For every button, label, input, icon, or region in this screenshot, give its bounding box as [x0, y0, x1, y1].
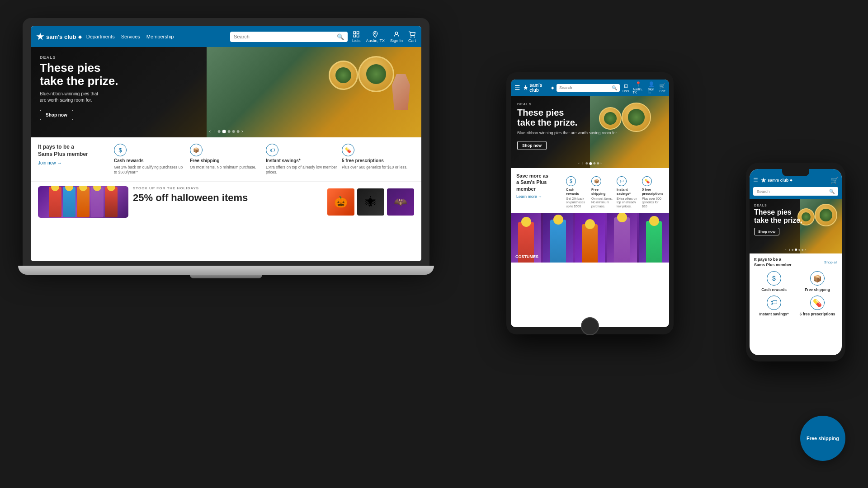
tablet-dot-4[interactable]	[597, 162, 599, 164]
tablet-cart-icon: 🛒	[659, 83, 665, 89]
tablet-rx-icon: 💊	[642, 176, 652, 186]
phone-cart-button[interactable]: 🛒	[830, 177, 838, 184]
phone-hero-content: DEALS These pies take the prize. Shop no…	[750, 199, 842, 240]
benefit-rx-title: 5 free prescriptions	[342, 158, 384, 163]
carousel-pause-button[interactable]: ⏸	[212, 129, 216, 133]
laptop-search-input[interactable]	[234, 34, 334, 39]
laptop-navbar: sam's club ◆ Departments Services Member…	[31, 26, 421, 47]
phone-search-icon[interactable]: 🔍	[829, 189, 835, 194]
tablet-device: ☰ sam's club ◆ 🔍 ⊞ Lists 📍 Austin, TX	[506, 72, 674, 334]
tablet-nav-icons: ⊞ Lists 📍 Austin, TX 👤 Sign In 🛒 Cart	[623, 81, 665, 94]
tablet-dot-3[interactable]	[593, 162, 595, 164]
laptop-search-icon[interactable]: 🔍	[337, 33, 344, 40]
tablet-location-button[interactable]: 📍 Austin, TX	[632, 81, 644, 94]
phone-hamburger-button[interactable]: ☰	[753, 177, 758, 183]
carousel-dot-3[interactable]	[228, 130, 231, 133]
laptop-nav-icons: Lists Austin, TX Sign In Cart	[352, 31, 416, 43]
hero-shop-now-button[interactable]: Shop now	[40, 110, 73, 120]
phone-search-container: 🔍	[753, 187, 838, 196]
tablet-learn-more[interactable]: Learn more →	[516, 194, 561, 199]
phone-member-title: It pays to be aSams Plus member	[754, 257, 792, 267]
tablet-location-icon: 📍	[635, 81, 642, 87]
svg-rect-3	[357, 35, 359, 37]
nav-link-services[interactable]: Services	[121, 34, 140, 39]
tablet-dot-1[interactable]	[585, 162, 588, 164]
tablet-benefits-grid: $ Cash rewards Get 2% back on purchases …	[566, 176, 664, 208]
shipping-icon: 📦	[190, 144, 203, 156]
nav-cart-button[interactable]: Cart	[408, 31, 416, 43]
phone-carousel-pause[interactable]: ⏸	[788, 249, 791, 251]
phone-member-section: It pays to be aSams Plus member Shop all…	[750, 253, 842, 320]
tablet-cart-button[interactable]: 🛒 Cart	[659, 83, 665, 93]
phone-dot-2[interactable]	[795, 249, 797, 251]
join-now-link[interactable]: Join now →	[38, 160, 110, 165]
phone-logo[interactable]: sam's club ◆	[761, 178, 792, 183]
nav-signin-button[interactable]: Sign In	[390, 31, 403, 43]
tablet-carousel-controls: ‹ ⏸ ›	[578, 161, 601, 165]
free-shipping-line1: Free shipping	[807, 436, 839, 441]
laptop-screen: sam's club ◆ Departments Services Member…	[31, 26, 421, 261]
phone-shop-all-link[interactable]: Shop all	[824, 260, 837, 264]
tablet-lists-button[interactable]: ⊞ Lists	[623, 83, 629, 93]
carousel-dot-4[interactable]	[232, 130, 235, 133]
carousel-dot-2[interactable]	[222, 130, 226, 133]
phone-benefit-shipping: 📦 Free shipping	[797, 271, 837, 292]
phone-hero-title: These pies take the prize.	[754, 208, 837, 224]
tablet-rx-title: 5 free prescriptions	[642, 188, 664, 196]
tablet-logo-text: sam's club	[529, 83, 550, 93]
tablet-logo[interactable]: sam's club ◆	[523, 83, 554, 93]
phone-dot-4[interactable]	[802, 249, 804, 251]
phone-carousel-next[interactable]: ›	[805, 248, 806, 251]
carousel-dot-1[interactable]	[218, 130, 221, 133]
tablet-shipping-title: Free shipping	[591, 188, 613, 196]
tablet-cash-icon: $	[566, 176, 576, 186]
svg-point-6	[411, 37, 411, 37]
nav-lists-button[interactable]: Lists	[352, 31, 361, 43]
logo-diamond-icon: ◆	[78, 34, 82, 39]
hero-carousel-controls: ‹ ⏸ ›	[209, 129, 243, 134]
benefit-savings-title: Instant savings*	[266, 158, 301, 163]
tablet-search-container: 🔍	[557, 84, 620, 92]
svg-point-4	[375, 33, 376, 34]
tablet-shipping-icon: 📦	[591, 176, 601, 186]
nav-location-button[interactable]: Austin, TX	[366, 31, 385, 43]
tablet-carousel-pause[interactable]: ⏸	[581, 162, 584, 165]
tablet-search-input[interactable]	[559, 85, 610, 90]
phone-deals-tag: DEALS	[754, 204, 837, 207]
tablet-carousel-prev[interactable]: ‹	[578, 161, 580, 165]
phone-dot-1[interactable]	[792, 249, 794, 251]
carousel-prev-button[interactable]: ‹	[209, 129, 211, 134]
tablet-search-icon[interactable]: 🔍	[612, 85, 617, 90]
tablet-signin-label: Sign In	[648, 88, 656, 94]
nav-link-departments[interactable]: Departments	[86, 34, 115, 39]
tablet-lists-label: Lists	[623, 89, 629, 93]
tablet-carousel-next[interactable]: ›	[600, 161, 602, 165]
carousel-dot-5[interactable]	[237, 130, 240, 133]
location-icon	[372, 31, 379, 38]
nav-link-membership[interactable]: Membership	[146, 34, 174, 39]
tablet-savings-title: Instant savings*	[617, 188, 638, 196]
phone-shop-now-button[interactable]: Shop now	[754, 228, 779, 235]
tablet-logo-star	[523, 85, 528, 91]
phone-benefit-cash: $ Cash rewards	[754, 271, 794, 292]
halloween-thumbnails: 🎃 🕷 🦇	[327, 186, 414, 218]
user-icon	[393, 31, 400, 38]
benefit-free-shipping: 📦 Free shipping On most items. No minimu…	[190, 144, 262, 170]
tablet-hamburger-button[interactable]: ☰	[514, 84, 520, 91]
phone-dot-3[interactable]	[799, 249, 801, 251]
laptop-logo[interactable]: sam's club ◆	[36, 33, 82, 41]
tablet-hero-content: DEALS These pies take the prize. Blue-ri…	[511, 96, 669, 156]
tag-icon: 🏷	[266, 144, 278, 156]
tablet-cart-label: Cart	[659, 89, 665, 93]
phone-search-input[interactable]	[757, 189, 827, 194]
tablet-home-button[interactable]	[581, 317, 599, 335]
tablet-shop-now-button[interactable]: Shop now	[517, 141, 547, 150]
phone-cash-title: Cash rewards	[761, 287, 787, 292]
tablet-signin-button[interactable]: 👤 Sign In	[648, 81, 656, 94]
hero-content: DEALS These pies take the prize. Blue-ri…	[31, 47, 421, 128]
join-arrow-icon: →	[57, 160, 61, 165]
carousel-next-button[interactable]: ›	[241, 129, 243, 134]
laptop-member-benefits: It pays to be a Sams Plus member Join no…	[31, 137, 421, 182]
tablet-dot-2[interactable]	[589, 162, 592, 165]
phone-carousel-prev[interactable]: ‹	[785, 248, 786, 251]
